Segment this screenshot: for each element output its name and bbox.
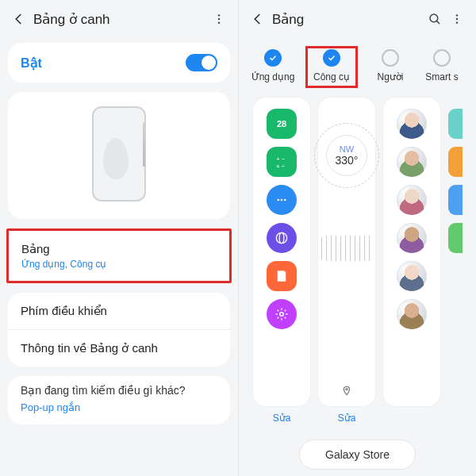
avatar <box>397 147 427 177</box>
topbar: Bảng ở canh <box>0 0 238 38</box>
svg-point-16 <box>280 313 284 317</box>
avatar <box>397 185 427 215</box>
avatar <box>397 261 427 291</box>
menu-item-phim[interactable]: Phím điều khiển <box>8 293 230 329</box>
tab-tools[interactable]: Công cụ <box>305 46 358 88</box>
svg-point-5 <box>456 14 458 16</box>
ruler-icon <box>321 236 372 261</box>
avatar <box>397 109 427 139</box>
location-pin-icon <box>341 386 352 397</box>
checkbox-empty-icon <box>433 49 451 67</box>
enable-toggle[interactable] <box>186 54 217 71</box>
topbar: Bảng <box>239 0 476 38</box>
svg-point-13 <box>276 232 286 243</box>
svg-point-14 <box>279 232 284 243</box>
tab-people[interactable]: Người <box>364 46 416 88</box>
compass-widget: NW 330° <box>321 109 372 251</box>
widget-icon <box>448 109 463 139</box>
menu-item-title: Bảng <box>21 242 217 256</box>
internet-icon <box>267 223 297 253</box>
menu-item-info[interactable]: Thông tin về Bảng ở canh <box>8 329 230 367</box>
compass-degrees: 330° <box>336 154 359 167</box>
compass-direction: NW <box>340 144 354 154</box>
edit-link[interactable]: Sửa <box>273 413 291 424</box>
svg-point-0 <box>218 14 220 16</box>
tab-smart[interactable]: Smart s <box>423 46 461 88</box>
calendar-icon: 28 <box>267 109 297 139</box>
menu-card: Phím điều khiển Thông tin về Bảng ở canh <box>8 293 230 367</box>
svg-point-3 <box>430 14 438 22</box>
preview-card <box>8 92 230 219</box>
widget-icon <box>448 185 463 215</box>
page-title: Bảng ở canh <box>30 11 208 28</box>
more-icon[interactable] <box>208 8 230 30</box>
notes-icon <box>267 261 297 291</box>
back-button[interactable] <box>247 8 269 30</box>
checkbox-empty-icon <box>382 49 399 67</box>
avatar <box>397 299 427 329</box>
menu-item-subtitle: Ứng dụng, Công cụ <box>21 259 217 270</box>
settings-icon <box>267 299 297 329</box>
panels-row: 28 + −× ÷ Sửa <box>239 93 476 428</box>
svg-point-17 <box>346 389 347 390</box>
panel-smart-sliver[interactable] <box>448 98 466 424</box>
suggestion-card: Bạn đang tìm kiếm điều gì khác? Pop-up n… <box>8 376 230 424</box>
page-title: Bảng <box>269 11 424 28</box>
widget-icon <box>448 223 463 253</box>
panel-people[interactable] <box>383 98 440 424</box>
panels-screen: Bảng Ứng dụng Công cụ Người Smart s <box>238 0 476 476</box>
more-icon[interactable] <box>446 8 468 30</box>
tab-strip: Ứng dụng Công cụ Người Smart s <box>239 38 476 93</box>
panel-tools[interactable]: NW 330° Sửa <box>318 98 375 424</box>
menu-item-bang[interactable]: Bảng Ứng dụng, Công cụ <box>9 231 229 281</box>
svg-point-12 <box>284 199 286 202</box>
svg-point-1 <box>218 18 220 20</box>
svg-text:× ÷: × ÷ <box>276 163 285 170</box>
svg-point-7 <box>456 21 458 23</box>
settings-screen: Bảng ở canh Bật Bảng Ứng dụng, Công cụ P… <box>0 0 238 476</box>
phone-preview-icon <box>92 106 146 202</box>
avatar <box>397 223 427 253</box>
svg-point-11 <box>281 199 283 202</box>
messages-icon <box>267 185 297 215</box>
suggestion-link[interactable]: Pop-up ngắn <box>21 401 217 413</box>
checkbox-checked-icon <box>264 49 282 67</box>
edit-link[interactable]: Sửa <box>338 413 356 424</box>
calculator-icon: + −× ÷ <box>267 147 297 177</box>
search-icon[interactable] <box>424 8 446 30</box>
checkbox-checked-icon <box>323 49 340 67</box>
tab-apps[interactable]: Ứng dụng <box>247 46 299 88</box>
master-toggle-card: Bật <box>8 43 230 83</box>
svg-line-4 <box>436 21 440 24</box>
galaxy-store-button[interactable]: Galaxy Store <box>299 440 416 470</box>
suggestion-question: Bạn đang tìm kiếm điều gì khác? <box>21 384 217 397</box>
svg-point-2 <box>218 21 220 23</box>
svg-point-10 <box>278 199 280 202</box>
store-row: Galaxy Store <box>239 428 476 476</box>
panel-apps[interactable]: 28 + −× ÷ Sửa <box>253 98 310 424</box>
toggle-label: Bật <box>21 56 42 71</box>
highlighted-menu-item: Bảng Ứng dụng, Công cụ <box>6 228 232 283</box>
back-button[interactable] <box>8 8 30 30</box>
widget-icon <box>448 147 463 177</box>
svg-point-6 <box>456 18 458 20</box>
